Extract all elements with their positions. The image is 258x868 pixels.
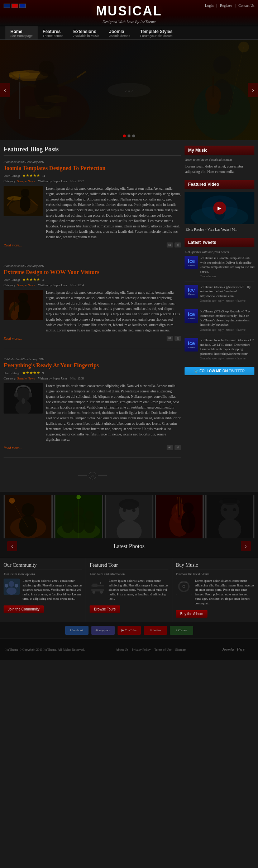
svg-point-86 [233, 508, 236, 511]
tweet-4-time: 3 months ago · reply · retweet · favorit… [200, 357, 254, 360]
nav-item-home[interactable]: Home Site Homepage [5, 26, 38, 39]
svg-rect-38 [14, 392, 18, 397]
post-3-meta: Published on 08 February 2011 [4, 357, 181, 361]
post-1-icons: ✉ ⎙ [167, 242, 181, 247]
post-1-rating: User Rating: ★★★★★ 11 [4, 173, 181, 178]
post-2-thumb [4, 290, 43, 320]
svg-point-90 [5, 584, 8, 588]
gallery-item-4[interactable] [155, 495, 204, 538]
post-1-content: Lorem ipsum dolor sit amet, consectetur … [4, 186, 181, 240]
post-3-thumb [4, 383, 43, 414]
slider-next[interactable]: › [248, 83, 258, 97]
featured-video-header: Featured Video [185, 180, 254, 189]
community-btn[interactable]: Join the Community [4, 605, 44, 613]
music-col: Buy Music Purchase the latest Album Lore… [172, 558, 258, 622]
post-2-print-icon[interactable]: ⎙ [175, 336, 181, 341]
hero-slider: ♪ ♫ ♪ ‹ › [0, 40, 258, 140]
footer-privacy[interactable]: Privacy Policy [132, 648, 151, 651]
my-music-widget: My Music listen to online or download co… [185, 146, 254, 174]
svg-point-88 [9, 581, 14, 587]
gallery-next[interactable]: › [241, 541, 251, 551]
community-content: Lorem ipsum dolor sit amet, consectetur … [4, 579, 82, 601]
svg-point-91 [15, 584, 18, 588]
tweet-4-text: IceTheme New IceCarousel: #Joomla 1.7 mo… [200, 338, 254, 355]
post-3-title[interactable]: Everything's Ready At Your Fingertips [4, 362, 181, 369]
register-link[interactable]: Register [220, 4, 232, 8]
gallery-grid [4, 495, 254, 538]
post-3-print-icon[interactable]: ⎙ [175, 445, 181, 450]
gallery-prev[interactable]: ‹ [7, 541, 17, 551]
gallery-item-3[interactable] [105, 495, 154, 538]
login-link[interactable]: Login [205, 4, 214, 8]
slider-prev[interactable]: ‹ [0, 83, 10, 97]
tour-icon: ♪ [90, 579, 106, 595]
tour-title: Featured Tour [90, 562, 168, 570]
video-thumbnail[interactable]: ▶ [185, 192, 254, 224]
tour-btn[interactable]: Browse Tours [90, 605, 120, 613]
post-2-title[interactable]: Extreme Design to WOW Your Visitors [4, 269, 181, 275]
my-music-content: Lorem ipsum dolor sit amet, consectetur … [185, 164, 254, 174]
footer-sitemap[interactable]: Sitemap [175, 648, 186, 651]
language-flags[interactable] [4, 4, 26, 8]
svg-point-61 [85, 511, 94, 519]
post-1-title[interactable]: Joomla Templates Designed To Perfection [4, 165, 181, 171]
music-btn[interactable]: Buy the Album [176, 610, 207, 618]
slider-dot-3[interactable] [132, 135, 135, 137]
svg-point-85 [224, 508, 227, 511]
post-1-readmore[interactable]: Read more... [4, 243, 22, 247]
post-3-text: Lorem ipsum dolor sit amet, consectetur … [46, 383, 181, 442]
footer-about[interactable]: About Us [116, 648, 128, 651]
itunes-icon[interactable]: ♪ iTunes [170, 626, 193, 635]
music-text: Lorem ipsum dolor sit amet, consectetur … [195, 579, 254, 606]
gallery-item-5[interactable] [205, 495, 254, 538]
myspace-icon[interactable]: ⊛ myspace [91, 626, 115, 635]
post-3-readmore[interactable]: Read more... [4, 446, 22, 450]
tweets-sub: Get updated with our fresh tweets [185, 250, 254, 256]
post-1-thumb [4, 186, 43, 216]
community-text: Lorem ipsum dolor sit amet, consectetur … [23, 579, 82, 601]
footer-terms[interactable]: Terms of Use [154, 648, 171, 651]
svg-text:♪ ♫ ♪: ♪ ♫ ♪ [125, 89, 133, 93]
follow-twitter-button[interactable]: 🐦 FOLLOW ME ON TWITTER [185, 367, 254, 375]
svg-rect-84 [223, 498, 237, 503]
svg-point-62 [83, 519, 95, 533]
gallery-item-1[interactable] [4, 495, 53, 538]
facebook-icon[interactable]: f facebook [65, 626, 89, 635]
post-1-email-icon[interactable]: ✉ [167, 242, 173, 247]
blog-post-1: Published on 08 February 2011 Joomla Tem… [4, 160, 181, 255]
post-3-email-icon[interactable]: ✉ [167, 445, 173, 450]
post-3-footer: Read more... ✉ ⎙ [4, 445, 181, 450]
gallery-item-2[interactable] [54, 495, 103, 538]
youtube-icon[interactable]: ▶ YouTube [118, 626, 141, 635]
post-1-print-icon[interactable]: ⎙ [175, 242, 181, 247]
main-nav: Home Site Homepage Features Theme demos … [0, 26, 258, 40]
post-3-rating: User Rating: ★★★★★ 9 [4, 371, 181, 375]
flag-de[interactable] [11, 4, 18, 8]
sidebar: My Music listen to online or download co… [185, 146, 254, 486]
post-3-category-link[interactable]: Sample News [17, 377, 35, 380]
nav-item-extensions[interactable]: Extensions Available in Music [68, 26, 104, 39]
joomlafox-logo: Joomla Fox [217, 642, 253, 657]
nav-item-joomla[interactable]: Joomla Joomla demos [104, 26, 135, 39]
slider-dot-2[interactable] [128, 135, 130, 137]
post-2-category-link[interactable]: Sample News [17, 283, 35, 287]
nav-item-features[interactable]: Features Theme demos [38, 26, 68, 39]
flag-fr[interactable] [19, 4, 26, 8]
svg-point-53 [19, 515, 37, 537]
nav-item-styles[interactable]: Template Styles Forum your site dream [135, 26, 178, 39]
post-2-readmore[interactable]: Read more... [4, 336, 22, 340]
separator: ♫ [4, 467, 181, 486]
post-1-category: Category: Sample News Written by Super U… [4, 179, 181, 183]
main-content: Featured Blog Posts Published on 08 Febr… [0, 140, 258, 492]
lastfm-icon[interactable]: ♫ lastfm [144, 626, 167, 635]
post-1-category-link[interactable]: Sample News [17, 179, 35, 183]
slider-dot-1[interactable] [123, 135, 126, 137]
post-2-email-icon[interactable]: ✉ [167, 336, 173, 341]
play-button[interactable]: ▶ [213, 202, 226, 214]
svg-point-8 [39, 61, 54, 76]
tweet-4-avatar: Ice Theme [185, 338, 198, 352]
community-icon [4, 579, 20, 595]
flag-uk[interactable] [4, 4, 10, 8]
contact-link[interactable]: Contact Us [238, 4, 254, 8]
community-col: Our Community Join us for more options L… [0, 558, 86, 622]
